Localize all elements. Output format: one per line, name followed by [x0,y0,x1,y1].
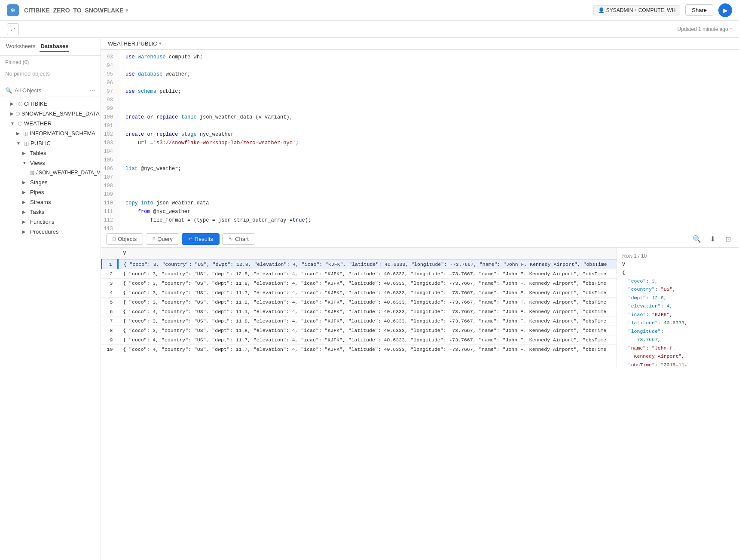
objects-tab-label: Objects [118,236,137,242]
table-row[interactable]: 10{ "coco": 4, "country": "US", "dwpt": … [102,345,617,354]
line-num: 98 [101,96,116,105]
tab-databases[interactable]: Databases [40,41,69,52]
sidebar-item-procedures[interactable]: ▶ Procedures [0,227,101,237]
tab-worksheets[interactable]: Worksheets [5,41,36,52]
code-line-96 [125,79,734,88]
table-row[interactable]: 1{ "coco": 3, "country": "US", "dwpt": 1… [102,259,617,269]
row-value: { "coco": 3, "country": "US", "dwpt": 12… [118,269,617,279]
tab-results-button[interactable]: ↩ Results [182,233,220,245]
information-schema-label: INFORMATION_SCHEMA [30,130,95,137]
separator-dot: • [635,7,636,13]
arrow-icon: ▶ [16,131,21,136]
results-table[interactable]: V 1{ "coco": 3, "country": "US", "dwpt":… [101,248,617,368]
sidebar: Worksheets Databases Pinned (0) No pinne… [0,38,101,560]
schema-breadcrumb-text: WEATHER.PUBLIC [108,40,157,47]
tab-chart-button[interactable]: ∿ Chart [222,233,255,245]
dropdown-icon[interactable]: ▾ [125,7,128,13]
download-icon[interactable]: ⬇ [706,233,718,245]
search-results-icon[interactable]: 🔍 [691,233,703,245]
sidebar-item-functions[interactable]: ▶ Functions [0,217,101,227]
content-area: WEATHER.PUBLIC ▾ 93 94 95 96 97 98 99 10… [101,38,739,560]
search-input[interactable] [15,87,87,94]
code-line-102: create or replace stage nyc_weather [125,131,734,139]
table-row[interactable]: 4{ "coco": 3, "country": "US", "dwpt": 1… [102,288,617,298]
sidebar-item-public[interactable]: ▼ ◫ PUBLIC [0,138,101,148]
sidebar-item-json-weather-data-view[interactable]: ▦ JSON_WEATHER_DATA_VIEW [0,168,101,177]
sidebar-item-streams[interactable]: ▶ Streams [0,197,101,207]
sidebar-item-weather[interactable]: ▼ ⬡ WEATHER [0,119,101,128]
row-value: { "coco": 3, "country": "US", "dwpt": 11… [118,326,617,335]
json-line: "dwpt": 12.8, [622,294,734,302]
code-line-105 [125,156,734,165]
line-num: 103 [101,139,116,148]
topbar: ❄ CITIBIKE_ZERO_TO_SNOWFLAKE ▾ 👤 SYSADMI… [0,0,739,21]
row-value: { "coco": 3, "country": "US", "dwpt": 11… [118,317,617,326]
arrow-expanded-icon: ▼ [16,141,22,146]
sidebar-item-snowflake-sample-data[interactable]: ▶ ⬡ SNOWFLAKE_SAMPLE_DATA [0,109,101,119]
sidebar-item-views[interactable]: ▼ Views [0,158,101,168]
database-tree: ▶ ⬡ CITIBIKE ▶ ⬡ SNOWFLAKE_SAMPLE_DATA ▼… [0,97,101,560]
secondary-bar: ⇌ Updated 1 minute ago ↑ [0,21,739,38]
arrow-expanded-icon: ▼ [22,161,28,165]
code-line-95: use database weather; [125,70,734,79]
row-number: 9 [102,335,118,345]
sidebar-item-citibike[interactable]: ▶ ⬡ CITIBIKE [0,99,101,109]
expand-icon[interactable]: ⊡ [722,233,734,245]
arrow-icon: ▶ [22,229,28,234]
functions-label: Functions [30,219,95,225]
role-warehouse-selector[interactable]: 👤 SYSADMIN • COMPUTE_WH [593,5,681,15]
schema-breadcrumb: WEATHER.PUBLIC ▾ [101,38,739,50]
sidebar-item-stages[interactable]: ▶ Stages [0,177,101,187]
json-line: Kennedy Airport", [622,352,734,361]
line-num: 104 [101,148,116,156]
more-options-icon[interactable]: ··· [90,86,95,94]
table-row[interactable]: 8{ "coco": 3, "country": "US", "dwpt": 1… [102,326,617,335]
json-line: -73.7667, [622,335,734,344]
json-line: "longitude": [622,327,734,336]
query-icon: ≡ [152,236,155,242]
table-row[interactable]: 6{ "coco": 4, "country": "US", "dwpt": 1… [102,307,617,317]
right-panel: Row 1 / 10 V { "coco": 3, "country": "US… [617,248,739,368]
code-line-107 [125,173,734,182]
table-row[interactable]: 2{ "coco": 3, "country": "US", "dwpt": 1… [102,269,617,279]
snowflake-sample-data-label: SNOWFLAKE_SAMPLE_DATA [21,110,100,117]
table-row[interactable]: 5{ "coco": 3, "country": "US", "dwpt": 1… [102,298,617,307]
table-row[interactable]: 9{ "coco": 4, "country": "US", "dwpt": 1… [102,335,617,345]
tab-query-button[interactable]: ≡ Query [146,233,179,245]
app-logo: ❄ [7,4,19,16]
sidebar-item-tables[interactable]: ▶ Tables [0,148,101,158]
database-icon: ⬡ [15,111,20,117]
weather-label: WEATHER [24,120,95,127]
line-num: 100 [101,113,116,122]
row-value: { "coco": 4, "country": "US", "dwpt": 11… [118,335,617,345]
row-number: 4 [102,288,118,298]
sidebar-item-information-schema[interactable]: ▶ ◫ INFORMATION_SCHEMA [0,128,101,138]
table-row[interactable]: 3{ "coco": 3, "country": "US", "dwpt": 1… [102,279,617,288]
arrow-icon: ▶ [22,200,28,204]
citibike-label: CITIBIKE [24,100,95,107]
code-content[interactable]: use warehouse compute_wh; use database w… [120,50,739,230]
database-icon: ⬡ [18,121,22,127]
json-line: "obsTime": "2018-11- [622,361,734,368]
share-button[interactable]: Share [685,4,713,16]
arrow-icon: ▶ [22,190,28,195]
json-line: "elevation": 4, [622,302,734,310]
line-num: 99 [101,105,116,113]
code-editor[interactable]: 93 94 95 96 97 98 99 100 101 102 103 104… [101,50,739,230]
arrow-expanded-icon: ▼ [10,121,16,126]
user-icon: 👤 [598,7,605,13]
tab-objects-button[interactable]: □ Objects [106,233,143,245]
sidebar-item-tasks[interactable]: ▶ Tasks [0,207,101,217]
run-button[interactable]: ▶ [718,3,732,17]
line-num: 106 [101,165,116,173]
filter-icon[interactable]: ⇌ [7,23,19,35]
code-line-100: create or replace table json_weather_dat… [125,113,734,122]
search-icon: 🔍 [5,87,12,94]
table-row[interactable]: 7{ "coco": 3, "country": "US", "dwpt": 1… [102,317,617,326]
project-title[interactable]: CITIBIKE_ZERO_TO_SNOWFLAKE ▾ [24,7,128,14]
sidebar-item-pipes[interactable]: ▶ Pipes [0,187,101,197]
results-tabs-bar: □ Objects ≡ Query ↩ Results ∿ Chart 🔍 ⬇ … [101,230,739,248]
line-num: 113 [101,225,116,230]
row-number: 8 [102,326,118,335]
json-line: "latitude": 40.6333, [622,319,734,327]
